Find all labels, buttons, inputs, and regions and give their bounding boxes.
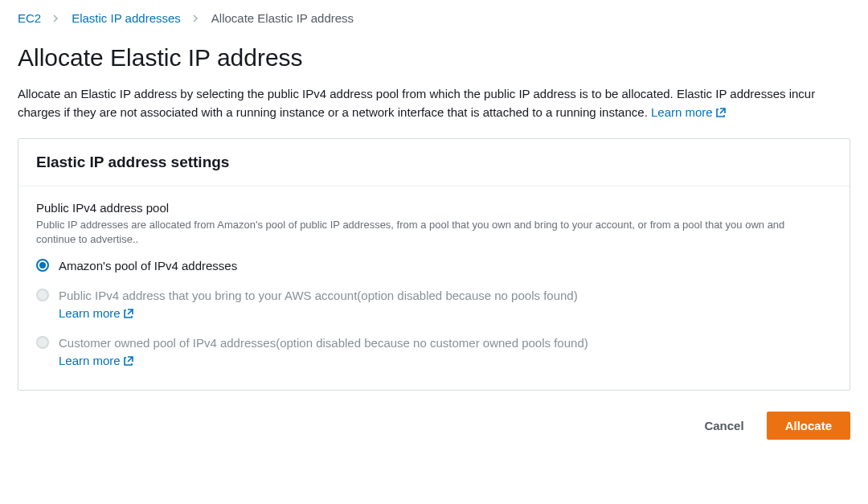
external-link-icon	[715, 107, 727, 118]
breadcrumb-parent[interactable]: Elastic IP addresses	[72, 11, 181, 25]
panel-body: Public IPv4 address pool Public IP addre…	[18, 186, 850, 390]
cancel-button[interactable]: Cancel	[696, 412, 751, 439]
breadcrumb: EC2 Elastic IP addresses Allocate Elasti…	[18, 11, 850, 25]
radio-button-icon	[36, 289, 49, 301]
radio-button-icon	[36, 336, 49, 349]
radio-customer-pool-text: Customer owned pool of IPv4 addresses(op…	[59, 336, 588, 350]
breadcrumb-root[interactable]: EC2	[18, 11, 41, 25]
allocate-button[interactable]: Allocate	[767, 412, 850, 440]
learn-more-text: Learn more	[651, 103, 713, 121]
external-link-icon	[123, 355, 134, 367]
external-link-icon	[123, 308, 134, 319]
panel-header: Elastic IP address settings	[18, 139, 850, 186]
page-title: Allocate Elastic IP address	[18, 44, 850, 72]
radio-amazon-pool[interactable]: Amazon's pool of IPv4 addresses	[36, 257, 647, 276]
radio-byoip: Public IPv4 address that you bring to yo…	[36, 287, 647, 323]
learn-more-link[interactable]: Learn more	[651, 103, 727, 121]
field-help: Public IP addresses are allocated from A…	[36, 218, 808, 248]
radio-customer-pool: Customer owned pool of IPv4 addresses(op…	[36, 334, 647, 371]
radio-byoip-label: Public IPv4 address that you bring to yo…	[59, 287, 647, 323]
form-actions: Cancel Allocate	[18, 407, 850, 440]
address-pool-radio-group: Amazon's pool of IPv4 addresses Public I…	[36, 257, 832, 371]
learn-more-link-customer[interactable]: Learn more	[59, 352, 134, 371]
learn-more-text: Learn more	[59, 352, 121, 371]
breadcrumb-current: Allocate Elastic IP address	[211, 11, 354, 25]
chevron-right-icon	[52, 14, 60, 23]
radio-byoip-text: Public IPv4 address that you bring to yo…	[59, 289, 578, 302]
field-label: Public IPv4 address pool	[36, 201, 832, 215]
settings-panel: Elastic IP address settings Public IPv4 …	[18, 138, 850, 391]
page-intro: Allocate an Elastic IP address by select…	[18, 84, 837, 122]
learn-more-link-byoip[interactable]: Learn more	[59, 305, 134, 323]
radio-button-icon	[36, 259, 49, 272]
learn-more-text: Learn more	[59, 305, 121, 323]
radio-amazon-pool-label: Amazon's pool of IPv4 addresses	[59, 257, 237, 276]
chevron-right-icon	[192, 14, 200, 23]
panel-title: Elastic IP address settings	[36, 154, 832, 171]
radio-customer-pool-label: Customer owned pool of IPv4 addresses(op…	[59, 334, 647, 371]
